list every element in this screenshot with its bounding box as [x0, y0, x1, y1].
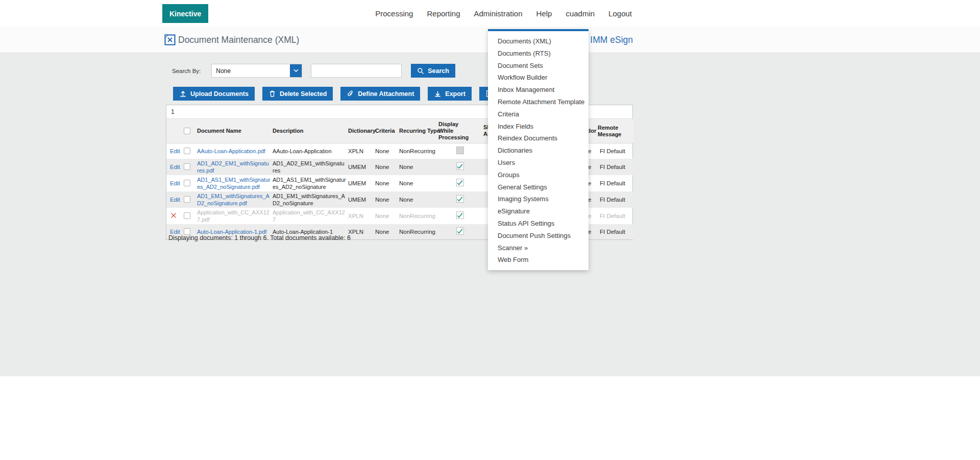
page-number[interactable]: 1 [170, 108, 176, 115]
menu-item-status-api-settings[interactable]: Status API Settings [488, 217, 589, 230]
row-checkbox[interactable] [184, 163, 190, 170]
dictionary-cell: UMEM [347, 159, 374, 175]
button-label: Upload Documents [190, 90, 249, 98]
dictionary-cell: UMEM [347, 191, 374, 208]
button-label: Export [445, 90, 465, 98]
export-button[interactable]: Export [428, 87, 472, 101]
criteria-cell: None [374, 224, 398, 239]
dictionary-cell: XPLN [347, 208, 374, 224]
remote-message-cell: FI Default [597, 208, 633, 224]
display-checked-icon [456, 227, 464, 235]
col-header-display-while-processing: Display While Processing [437, 119, 482, 143]
search-input[interactable] [311, 64, 402, 78]
criteria-cell: None [374, 208, 398, 224]
row-checkbox[interactable] [184, 212, 190, 219]
menu-item-document-push-settings[interactable]: Document Push Settings [488, 230, 589, 242]
chevron-down-icon[interactable] [290, 64, 302, 77]
menu-item-remote-attachment-template[interactable]: Remote Attachment Template [488, 96, 589, 108]
nav-item-administration[interactable]: Administration [474, 9, 523, 18]
remote-message-cell: FI Default [597, 191, 633, 208]
menu-item-documents-rts[interactable]: Documents (RTS) [488, 47, 589, 60]
edit-link[interactable]: Edit [170, 148, 180, 154]
col-header-remote-message: Remote Message [597, 119, 633, 143]
col-header-criteria: Criteria [374, 119, 398, 143]
top-bar: Kinective ProcessingReportingAdministrat… [0, 0, 980, 27]
display-checked-icon [456, 179, 464, 186]
document-name-link[interactable]: Auto-Loan-Application-1.pdf [197, 229, 266, 235]
col-header-description: Description [272, 119, 347, 143]
col-header-empty [166, 119, 183, 143]
nav-item-processing[interactable]: Processing [375, 9, 413, 18]
administration-menu: Documents (XML)Documents (RTS)Document S… [488, 29, 589, 270]
description-cell: AAuto-Loan-Application [272, 143, 347, 159]
remote-message-cell: FI Default [597, 143, 633, 159]
menu-item-document-sets[interactable]: Document Sets [488, 60, 589, 72]
kinective-logo[interactable]: Kinective [162, 4, 208, 23]
edit-link[interactable]: Edit [170, 197, 180, 203]
col-header-recurring-type: Recurring Type [398, 119, 437, 143]
edit-link[interactable]: Edit [170, 180, 180, 186]
display-unchecked-box [456, 147, 464, 154]
actions-row: Upload DocumentsDelete SelectedDefine At… [173, 87, 534, 101]
document-name-link[interactable]: AD1_EM1_withSignatures_AD2_noSignature.p… [197, 193, 270, 206]
recurring-type-cell: NonRecurring [398, 143, 437, 159]
criteria-cell: None [374, 143, 398, 159]
col-header-dictionary: Dictionary [347, 119, 374, 143]
xml-document-icon [164, 34, 176, 45]
row-checkbox[interactable] [184, 196, 190, 203]
selected-option: None [216, 67, 231, 75]
remote-message-cell: FI Default [597, 224, 633, 239]
recurring-type-cell: NonRecurring [398, 208, 437, 224]
define-attachment-button[interactable]: Define Attachment [340, 87, 420, 101]
delete-selected-button[interactable]: Delete Selected [262, 87, 333, 101]
row-checkbox[interactable] [184, 180, 190, 186]
menu-item-inbox-management[interactable]: Inbox Management [488, 84, 589, 96]
paperclip-icon [347, 90, 354, 98]
menu-item-esignature[interactable]: eSignature [488, 205, 589, 217]
recurring-type-cell: None [398, 159, 437, 175]
display-checked-icon [456, 162, 464, 170]
dictionary-cell: UMEM [347, 175, 374, 191]
description-cell: AD1_EM1_withSignatures_AD2_noSignature [272, 191, 347, 208]
menu-item-reindex-documents[interactable]: Reindex Documents [488, 132, 589, 144]
upload-documents-button[interactable]: Upload Documents [173, 87, 255, 101]
page-title: Document Maintenance (XML) [178, 34, 299, 45]
menu-item-criteria[interactable]: Criteria [488, 108, 589, 120]
menu-item-groups[interactable]: Groups [488, 169, 589, 181]
document-name-link[interactable]: AAuto-Loan-Application.pdf [197, 148, 265, 154]
edit-link[interactable]: Edit [170, 164, 180, 170]
button-label: Define Attachment [358, 90, 414, 98]
dictionary-cell: XPLN [347, 143, 374, 159]
menu-item-scanner[interactable]: Scanner » [488, 242, 589, 254]
description-cell: AD1_AD2_EM1_withSignatures [272, 159, 347, 175]
menu-item-general-settings[interactable]: General Settings [488, 181, 589, 193]
menu-item-index-fields[interactable]: Index Fields [488, 120, 589, 133]
menu-item-dictionaries[interactable]: Dictionaries [488, 144, 589, 157]
document-name-link[interactable]: Application_with_CC_AXX127.pdf [197, 209, 270, 223]
search-bar: Search By: None Search [172, 64, 455, 78]
nav-item-cuadmin[interactable]: cuadmin [566, 9, 595, 18]
display-checked-icon [456, 195, 464, 203]
search-button[interactable]: Search [411, 64, 455, 78]
menu-item-web-form[interactable]: Web Form [488, 254, 589, 266]
menu-item-users[interactable]: Users [488, 157, 589, 169]
search-by-select[interactable]: None [211, 64, 302, 78]
top-nav: ProcessingReportingAdministrationHelpcua… [375, 0, 632, 27]
upload-icon [179, 90, 187, 98]
nav-item-help[interactable]: Help [536, 9, 552, 18]
edit-link[interactable]: Edit [170, 229, 180, 235]
menu-item-workflow-builder[interactable]: Workflow Builder [488, 71, 589, 84]
description-cell: AD1_AS1_EM1_withSignatures_AD2_noSignatu… [272, 175, 347, 191]
brand-text: IMM eSign [590, 34, 633, 45]
nav-item-reporting[interactable]: Reporting [427, 9, 460, 18]
criteria-cell: None [374, 175, 398, 191]
row-checkbox[interactable] [184, 148, 190, 154]
recurring-type-cell: None [398, 191, 437, 208]
document-name-link[interactable]: AD1_AD2_EM1_withSignatures.pdf [197, 160, 269, 174]
nav-item-logout[interactable]: Logout [608, 9, 632, 18]
document-name-link[interactable]: AD1_AS1_EM1_withSignatures_AD2_noSignatu… [197, 177, 271, 190]
select-all-checkbox[interactable] [184, 128, 190, 134]
menu-item-documents-xml[interactable]: Documents (XML) [488, 35, 589, 47]
criteria-cell: None [374, 191, 398, 208]
menu-item-imaging-systems[interactable]: Imaging Systems [488, 193, 589, 205]
